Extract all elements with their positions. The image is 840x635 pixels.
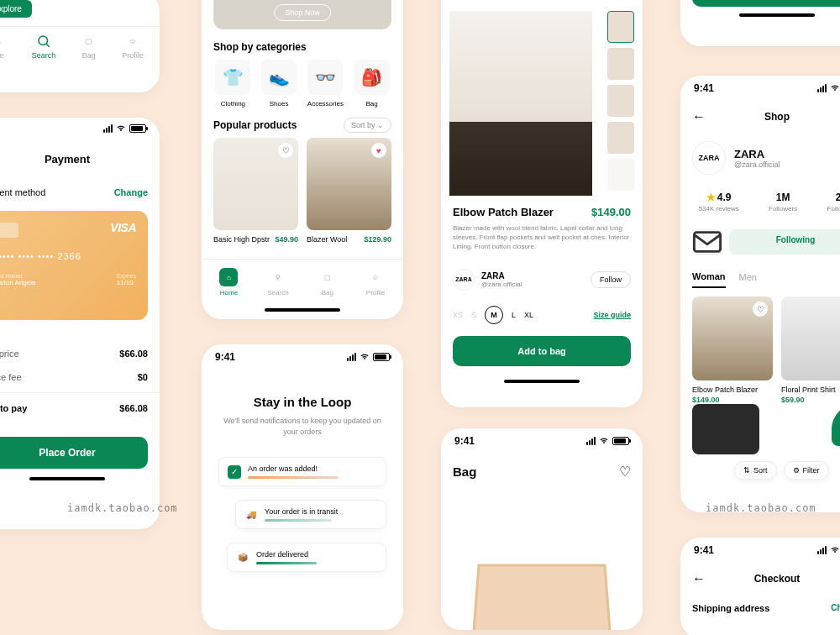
shop-product-1[interactable]: ♡Elbow Patch Blazer$149.00 — [692, 297, 773, 404]
product-card-2[interactable]: ♥Blazer Wool$129.90 — [307, 138, 391, 249]
popular-title: Popular products — [213, 119, 297, 131]
tab-nav: ⌂me Search ▢Bag ☺Profile — [0, 26, 160, 66]
home-indicator — [739, 13, 815, 17]
sort-by-button[interactable]: Sort by ⌄ — [344, 118, 391, 133]
product-description: Blazer made with wool blend fabric. Lape… — [453, 223, 631, 252]
size-xs[interactable]: XS — [453, 311, 463, 319]
tab-bag[interactable]: ▢Bag — [81, 34, 97, 60]
bag-icon: ▢ — [81, 34, 97, 49]
home-icon: ⌂ — [219, 268, 238, 286]
tab-men[interactable]: Men — [739, 272, 757, 287]
nav-bag[interactable]: ▢Bag — [318, 268, 337, 297]
favorite-icon[interactable]: ♡ — [753, 302, 768, 317]
product-image-beanie[interactable] — [832, 404, 840, 446]
change-button[interactable]: Change — [114, 187, 148, 197]
bottom-nav: ⌂Home ⚲Search ▢Bag ☺Profile — [202, 259, 403, 305]
size-l[interactable]: L — [512, 311, 516, 319]
stat-rating[interactable]: ★4.9534K reviews — [699, 192, 739, 213]
product-name: Basic High Dpstr — [213, 235, 270, 244]
message-button[interactable] — [692, 229, 722, 255]
bag-cat-icon: 🎒 — [354, 60, 390, 95]
category-clothing[interactable]: 👕Clothing — [215, 60, 250, 108]
nav-search[interactable]: ⚲Search — [267, 268, 288, 297]
back-button[interactable]: ← — [692, 109, 706, 124]
screen-shop: 9:41 ←Shop ZARA ZARA@zara.official ★4.95… — [680, 76, 840, 512]
tab-woman[interactable]: Woman — [692, 271, 726, 288]
home-indicator — [29, 477, 105, 480]
favorite-icon[interactable]: ♥ — [371, 143, 386, 158]
home-icon: ⌂ — [0, 34, 6, 49]
stat-following[interactable]: 20Following — [827, 192, 840, 213]
back-button[interactable]: ← — [453, 0, 466, 3]
favorite-icon[interactable]: ♡ — [278, 143, 293, 158]
product-gallery — [441, 11, 643, 196]
bag-icon: ▢ — [318, 268, 337, 286]
shop-now-button[interactable]: Shop Now — [274, 4, 331, 21]
tab-search[interactable]: Search — [32, 34, 56, 60]
screen-notifications: 9:41 Stay in the Loop We'll send notific… — [202, 344, 403, 630]
bag-title: Bag — [453, 464, 476, 479]
loop-title: Stay in the Loop — [202, 395, 403, 409]
sort-button[interactable]: ⇅ Sort — [734, 461, 777, 480]
shop-brand: ZARA ZARA@zara.official — [680, 133, 840, 183]
hero-banner[interactable]: Shop Now — [213, 0, 391, 29]
status-bar: 9:41 — [680, 538, 840, 563]
star-icon: ★ — [706, 192, 716, 203]
page-title: Shop — [764, 111, 790, 123]
category-accessories[interactable]: 👓Accessories — [307, 60, 344, 108]
payment-method-label: nment method — [0, 187, 45, 197]
tab-home[interactable]: ⌂me — [0, 34, 6, 60]
screen-explore-partial: Explore ⌂me Search ▢Bag ☺Profile — [0, 0, 160, 92]
nav-home[interactable]: ⌂Home — [219, 268, 238, 297]
screen-home: Shop Now Shop by categories 👕Clothing 👟S… — [202, 0, 403, 319]
stat-followers[interactable]: 1MFollowers — [769, 192, 797, 213]
category-bag[interactable]: 🎒Bag — [354, 60, 390, 108]
visa-logo: VISA — [110, 221, 136, 234]
filter-button[interactable]: ⚙ Filter — [784, 461, 829, 480]
thumbnail-2[interactable] — [607, 48, 634, 80]
follow-button[interactable]: Follow — [591, 271, 631, 288]
categories-list: 👕Clothing 👟Shoes 👓Accessories 🎒Bag — [202, 60, 403, 108]
size-m[interactable]: M — [485, 306, 503, 324]
credit-card[interactable]: VISA •••• •••• •••• 2366 rd Holderarion … — [0, 211, 148, 320]
screen-bag: 9:41 Bag♡ — [441, 428, 643, 630]
product-image[interactable] — [449, 11, 592, 196]
service-fee-label: rvice fee — [0, 372, 22, 382]
change-button[interactable]: Change — [831, 603, 840, 613]
product-price: $149.00 — [591, 206, 631, 218]
size-xl[interactable]: XL — [524, 311, 533, 319]
explore-button[interactable]: Explore — [0, 0, 32, 18]
product-card-1[interactable]: ♡Basic High Dpstr$49.90 — [213, 138, 298, 249]
loop-subtitle: We'll send notifications to keep you upd… — [218, 416, 386, 437]
place-order-button[interactable]: Place Order — [0, 437, 148, 469]
thumbnail-1[interactable] — [607, 11, 634, 43]
size-guide-link[interactable]: Size guide — [593, 311, 631, 319]
product-image-boots[interactable] — [692, 404, 759, 454]
accessories-icon: 👓 — [307, 60, 343, 95]
total-price-value: $66.08 — [119, 349, 148, 359]
tab-profile[interactable]: ☺Profile — [122, 34, 144, 60]
service-fee-value: $0 — [138, 372, 148, 382]
add-to-bag-button[interactable]: Add to bag — [453, 336, 631, 366]
search-icon — [36, 34, 51, 49]
thumbnail-3[interactable] — [607, 85, 634, 117]
favorite-button[interactable]: ♥ — [604, 0, 611, 2]
thumbnail-5[interactable] — [607, 159, 634, 191]
brand-logo: ZARA — [453, 269, 475, 291]
cart-button[interactable]: 🛍 — [619, 0, 631, 2]
favorite-button[interactable]: ♡ — [619, 464, 631, 480]
back-button[interactable]: ← — [692, 571, 706, 586]
brand-link[interactable]: ZARAZARA@zara.official — [453, 269, 522, 291]
shop-product-2[interactable]: ♡Floral Print Shirt$59.90 — [781, 297, 840, 404]
size-s[interactable]: S — [471, 311, 476, 319]
check-icon: ✓ — [228, 465, 241, 479]
screen-order-confirm: See order details — [680, 0, 840, 46]
category-shoes[interactable]: 👟Shoes — [261, 60, 297, 108]
card-expiry: 11/10 — [117, 279, 136, 286]
nav-profile[interactable]: ☺Profile — [366, 268, 386, 297]
following-button[interactable]: Following — [729, 229, 840, 255]
see-order-button[interactable]: See order details — [692, 0, 840, 7]
thumbnail-4[interactable] — [607, 122, 634, 154]
notification-item: ✓An order was added! — [218, 457, 386, 486]
watermark: iamdk.taobao.com — [706, 502, 816, 514]
